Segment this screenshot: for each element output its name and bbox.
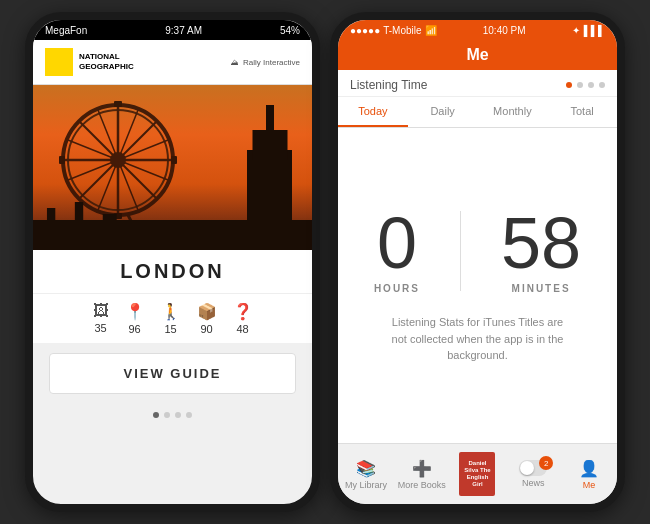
news-label: News <box>522 478 545 488</box>
hours-label: HOURS <box>374 283 420 294</box>
view-guide-button[interactable]: VIEW GUIDE <box>49 353 296 394</box>
svg-point-11 <box>110 152 126 168</box>
dot-2 <box>164 412 170 418</box>
minutes-value: 58 <box>501 207 581 279</box>
big-ben <box>247 150 292 250</box>
dot-3 <box>175 412 181 418</box>
left-time: 9:37 AM <box>165 25 202 36</box>
left-phone: MegaFon 9:37 AM 54% NATIONALGEOGRAPHIC ⛰… <box>25 12 320 512</box>
icon-things: 📦 90 <box>197 302 217 335</box>
left-carrier: MegaFon <box>45 25 87 36</box>
nav-more-books[interactable]: ➕ More Books <box>394 455 450 494</box>
listening-header: Listening Time <box>338 70 617 97</box>
minutes-label: MINUTES <box>512 283 571 294</box>
things-icon: 📦 <box>197 302 217 321</box>
stat-divider <box>460 211 461 291</box>
photos-count: 35 <box>94 322 106 334</box>
minutes-block: 58 MINUTES <box>501 207 581 294</box>
more-books-icon: ➕ <box>412 459 432 478</box>
right-dot-3 <box>588 82 594 88</box>
info-icon: ❓ <box>233 302 253 321</box>
nav-me[interactable]: 👤 Me <box>561 455 617 494</box>
icon-info: ❓ 48 <box>233 302 253 335</box>
right-dot-1 <box>566 82 572 88</box>
rally-interactive: ⛰ Rally Interactive <box>231 58 300 67</box>
national-geo-logo: NATIONALGEOGRAPHIC <box>45 48 134 76</box>
london-eye-svg <box>53 95 183 225</box>
right-status-left: ●●●●● T-Mobile 📶 <box>350 25 437 36</box>
right-dot-2 <box>577 82 583 88</box>
icon-places: 📍 96 <box>125 302 145 335</box>
svg-rect-15 <box>171 156 177 164</box>
stats-note: Listening Stats for iTunes Titles are no… <box>368 314 588 364</box>
hours-value: 0 <box>377 207 417 279</box>
right-battery: ▌▌▌ <box>584 25 605 36</box>
book-title: Daniel Silva The English Girl <box>461 460 493 489</box>
toggle-knob <box>520 461 534 475</box>
nat-geo-box <box>45 48 73 76</box>
icon-walks: 🚶 15 <box>161 302 181 335</box>
nav-my-library[interactable]: 📚 My Library <box>338 455 394 494</box>
svg-rect-12 <box>114 101 122 107</box>
svg-rect-0 <box>48 51 70 73</box>
info-count: 48 <box>236 323 248 335</box>
walks-count: 15 <box>164 323 176 335</box>
right-carrier: T-Mobile <box>383 25 421 36</box>
nat-geo-text: NATIONALGEOGRAPHIC <box>79 52 134 71</box>
icon-photos: 🖼 35 <box>93 302 109 335</box>
listening-time-label: Listening Time <box>350 78 427 92</box>
library-label: My Library <box>345 480 387 490</box>
me-icon: 👤 <box>579 459 599 478</box>
svg-rect-14 <box>59 156 65 164</box>
news-badge: 2 <box>519 460 547 476</box>
city-name: LONDON <box>43 260 302 283</box>
signal-dots: ●●●●● <box>350 25 380 36</box>
page-title: Me <box>466 46 488 63</box>
dot-4 <box>186 412 192 418</box>
wifi-icon: 📶 <box>425 25 437 36</box>
places-count: 96 <box>128 323 140 335</box>
tab-today[interactable]: Today <box>338 97 408 127</box>
rally-label: Rally Interactive <box>243 58 300 67</box>
right-status-bar: ●●●●● T-Mobile 📶 10:40 PM ✦ ▌▌▌ <box>338 20 617 40</box>
stats-numbers: 0 HOURS 58 MINUTES <box>374 207 581 294</box>
left-status-bar: MegaFon 9:37 AM 54% <box>33 20 312 40</box>
phones-container: MegaFon 9:37 AM 54% NATIONALGEOGRAPHIC ⛰… <box>25 12 625 512</box>
tabs-row: Today Daily Monthly Total <box>338 97 617 128</box>
things-count: 90 <box>200 323 212 335</box>
app-header: NATIONALGEOGRAPHIC ⛰ Rally Interactive <box>33 40 312 85</box>
places-icon: 📍 <box>125 302 145 321</box>
dot-1 <box>153 412 159 418</box>
right-dot-4 <box>599 82 605 88</box>
me-label: Me <box>583 480 596 490</box>
right-page-dots <box>566 82 605 88</box>
city-icons-row: 🖼 35 📍 96 🚶 15 📦 90 ❓ 48 <box>33 293 312 343</box>
stats-section: 0 HOURS 58 MINUTES Listening Stats for i… <box>338 128 617 443</box>
more-books-label: More Books <box>398 480 446 490</box>
nav-current-book[interactable]: Daniel Silva The English Girl <box>450 448 506 500</box>
bluetooth-icon: ✦ <box>572 25 580 36</box>
page-title-bar: Me <box>338 40 617 70</box>
view-guide-section: VIEW GUIDE <box>33 343 312 404</box>
rally-icon: ⛰ <box>231 58 239 67</box>
left-battery: 54% <box>280 25 300 36</box>
tab-monthly[interactable]: Monthly <box>478 97 548 127</box>
photos-icon: 🖼 <box>93 302 109 320</box>
news-badge-count: 2 <box>539 456 553 470</box>
london-eye-container <box>53 95 183 225</box>
library-icon: 📚 <box>356 459 376 478</box>
tab-total[interactable]: Total <box>547 97 617 127</box>
book-cover: Daniel Silva The English Girl <box>459 452 495 496</box>
bottom-nav: 📚 My Library ➕ More Books Daniel Silva T… <box>338 443 617 504</box>
tab-daily[interactable]: Daily <box>408 97 478 127</box>
city-name-section: LONDON <box>33 250 312 293</box>
right-time: 10:40 PM <box>483 25 526 36</box>
right-phone: ●●●●● T-Mobile 📶 10:40 PM ✦ ▌▌▌ Me Liste… <box>330 12 625 512</box>
hours-block: 0 HOURS <box>374 207 420 294</box>
right-status-right: ✦ ▌▌▌ <box>572 25 605 36</box>
walks-icon: 🚶 <box>161 302 181 321</box>
nav-news[interactable]: 2 News <box>505 456 561 492</box>
city-image <box>33 85 312 250</box>
left-page-dots <box>33 404 312 426</box>
